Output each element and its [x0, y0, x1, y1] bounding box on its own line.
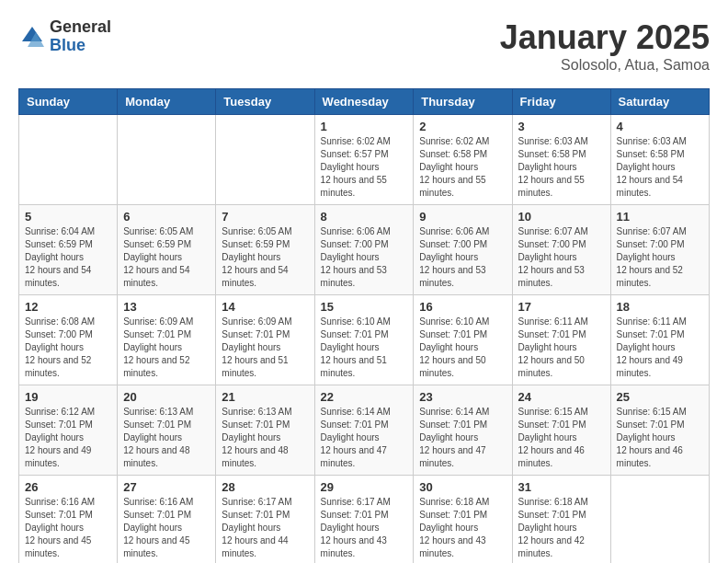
day-number: 12: [25, 300, 111, 314]
day-number: 4: [617, 120, 703, 133]
day-number: 31: [518, 480, 605, 494]
day-number: 13: [123, 300, 210, 314]
day-cell: 18Sunrise: 6:11 AMSunset: 7:01 PMDayligh…: [610, 295, 709, 385]
week-row-5: 26Sunrise: 6:16 AMSunset: 7:01 PMDayligh…: [19, 476, 710, 564]
weekday-header-monday: Monday: [118, 89, 216, 115]
day-number: 21: [222, 390, 308, 404]
day-cell: 26Sunrise: 6:16 AMSunset: 7:01 PMDayligh…: [19, 476, 118, 564]
day-cell: [610, 476, 709, 564]
day-number: 28: [222, 480, 308, 494]
weekday-header-sunday: Sunday: [19, 89, 118, 115]
day-number: 9: [419, 210, 506, 224]
day-info: Sunrise: 6:06 AMSunset: 7:00 PMDaylight …: [419, 225, 506, 290]
weekday-header-thursday: Thursday: [414, 89, 512, 115]
day-cell: 21Sunrise: 6:13 AMSunset: 7:01 PMDayligh…: [216, 385, 314, 476]
logo: General Blue: [18, 18, 111, 55]
day-cell: 19Sunrise: 6:12 AMSunset: 7:01 PMDayligh…: [19, 385, 118, 476]
day-number: 17: [518, 300, 605, 314]
day-number: 30: [419, 480, 506, 494]
weekday-header-row: SundayMondayTuesdayWednesdayThursdayFrid…: [19, 89, 710, 115]
day-number: 18: [617, 300, 703, 314]
day-info: Sunrise: 6:11 AMSunset: 7:01 PMDaylight …: [518, 316, 605, 380]
logo-text: General Blue: [50, 18, 111, 55]
day-cell: 5Sunrise: 6:04 AMSunset: 6:59 PMDaylight…: [19, 205, 118, 295]
day-number: 10: [518, 210, 605, 224]
day-info: Sunrise: 6:08 AMSunset: 7:00 PMDaylight …: [25, 316, 111, 380]
day-info: Sunrise: 6:09 AMSunset: 7:01 PMDaylight …: [123, 316, 210, 380]
day-cell: 10Sunrise: 6:07 AMSunset: 7:00 PMDayligh…: [512, 205, 610, 295]
day-number: 19: [25, 390, 111, 404]
week-row-1: 1Sunrise: 6:02 AMSunset: 6:57 PMDaylight…: [19, 115, 710, 205]
day-cell: 20Sunrise: 6:13 AMSunset: 7:01 PMDayligh…: [118, 385, 216, 476]
day-cell: 24Sunrise: 6:15 AMSunset: 7:01 PMDayligh…: [512, 385, 610, 476]
day-number: 29: [321, 480, 408, 494]
day-cell: 9Sunrise: 6:06 AMSunset: 7:00 PMDaylight…: [414, 205, 512, 295]
day-info: Sunrise: 6:10 AMSunset: 7:01 PMDaylight …: [321, 316, 408, 380]
week-row-3: 12Sunrise: 6:08 AMSunset: 7:00 PMDayligh…: [19, 295, 710, 385]
weekday-header-wednesday: Wednesday: [314, 89, 414, 115]
day-info: Sunrise: 6:02 AMSunset: 6:57 PMDaylight …: [321, 135, 408, 200]
day-number: 16: [419, 300, 506, 314]
day-cell: 4Sunrise: 6:03 AMSunset: 6:58 PMDaylight…: [610, 115, 709, 205]
day-number: 5: [25, 210, 111, 224]
day-cell: [19, 115, 118, 205]
day-number: 7: [222, 210, 308, 224]
day-number: 8: [321, 210, 408, 224]
day-info: Sunrise: 6:14 AMSunset: 7:01 PMDaylight …: [419, 406, 506, 470]
day-number: 3: [518, 120, 605, 133]
day-cell: 29Sunrise: 6:17 AMSunset: 7:01 PMDayligh…: [314, 476, 414, 564]
day-cell: 17Sunrise: 6:11 AMSunset: 7:01 PMDayligh…: [512, 295, 610, 385]
day-cell: [216, 115, 314, 205]
weekday-header-saturday: Saturday: [610, 89, 709, 115]
day-number: 26: [25, 480, 111, 494]
page-header: General Blue January 2025 Solosolo, Atua…: [18, 18, 710, 74]
day-info: Sunrise: 6:16 AMSunset: 7:01 PMDaylight …: [123, 496, 210, 560]
day-info: Sunrise: 6:17 AMSunset: 7:01 PMDaylight …: [321, 496, 408, 560]
day-cell: 2Sunrise: 6:02 AMSunset: 6:58 PMDaylight…: [414, 115, 512, 205]
day-cell: 1Sunrise: 6:02 AMSunset: 6:57 PMDaylight…: [314, 115, 414, 205]
day-cell: 27Sunrise: 6:16 AMSunset: 7:01 PMDayligh…: [118, 476, 216, 564]
week-row-4: 19Sunrise: 6:12 AMSunset: 7:01 PMDayligh…: [19, 385, 710, 476]
day-info: Sunrise: 6:17 AMSunset: 7:01 PMDaylight …: [222, 496, 308, 560]
day-cell: 11Sunrise: 6:07 AMSunset: 7:00 PMDayligh…: [610, 205, 709, 295]
weekday-header-tuesday: Tuesday: [216, 89, 314, 115]
day-cell: 16Sunrise: 6:10 AMSunset: 7:01 PMDayligh…: [414, 295, 512, 385]
day-number: 6: [123, 210, 210, 224]
day-info: Sunrise: 6:09 AMSunset: 7:01 PMDaylight …: [222, 316, 308, 380]
day-number: 22: [321, 390, 408, 404]
day-number: 2: [419, 120, 506, 133]
day-number: 23: [419, 390, 506, 404]
day-info: Sunrise: 6:12 AMSunset: 7:01 PMDaylight …: [25, 406, 111, 470]
day-cell: 7Sunrise: 6:05 AMSunset: 6:59 PMDaylight…: [216, 205, 314, 295]
day-cell: 30Sunrise: 6:18 AMSunset: 7:01 PMDayligh…: [414, 476, 512, 564]
logo-blue: Blue: [50, 37, 111, 55]
day-info: Sunrise: 6:05 AMSunset: 6:59 PMDaylight …: [222, 225, 308, 290]
title-block: January 2025 Solosolo, Atua, Samoa: [500, 18, 710, 74]
day-info: Sunrise: 6:18 AMSunset: 7:01 PMDaylight …: [419, 496, 506, 560]
day-info: Sunrise: 6:06 AMSunset: 7:00 PMDaylight …: [321, 225, 408, 290]
day-cell: 14Sunrise: 6:09 AMSunset: 7:01 PMDayligh…: [216, 295, 314, 385]
day-cell: 3Sunrise: 6:03 AMSunset: 6:58 PMDaylight…: [512, 115, 610, 205]
day-info: Sunrise: 6:07 AMSunset: 7:00 PMDaylight …: [518, 225, 605, 290]
day-cell: 31Sunrise: 6:18 AMSunset: 7:01 PMDayligh…: [512, 476, 610, 564]
day-cell: 25Sunrise: 6:15 AMSunset: 7:01 PMDayligh…: [610, 385, 709, 476]
logo-icon: [18, 23, 46, 51]
day-number: 15: [321, 300, 408, 314]
day-info: Sunrise: 6:10 AMSunset: 7:01 PMDaylight …: [419, 316, 506, 380]
day-info: Sunrise: 6:15 AMSunset: 7:01 PMDaylight …: [518, 406, 605, 470]
day-cell: 28Sunrise: 6:17 AMSunset: 7:01 PMDayligh…: [216, 476, 314, 564]
day-number: 20: [123, 390, 210, 404]
day-info: Sunrise: 6:13 AMSunset: 7:01 PMDaylight …: [222, 406, 308, 470]
day-cell: [118, 115, 216, 205]
calendar-title: January 2025: [500, 18, 710, 57]
day-number: 11: [617, 210, 703, 224]
day-info: Sunrise: 6:14 AMSunset: 7:01 PMDaylight …: [321, 406, 408, 470]
day-info: Sunrise: 6:03 AMSunset: 6:58 PMDaylight …: [617, 135, 703, 200]
day-cell: 15Sunrise: 6:10 AMSunset: 7:01 PMDayligh…: [314, 295, 414, 385]
week-row-2: 5Sunrise: 6:04 AMSunset: 6:59 PMDaylight…: [19, 205, 710, 295]
day-number: 25: [617, 390, 703, 404]
weekday-header-friday: Friday: [512, 89, 610, 115]
calendar-table: SundayMondayTuesdayWednesdayThursdayFrid…: [18, 88, 710, 563]
day-info: Sunrise: 6:03 AMSunset: 6:58 PMDaylight …: [518, 135, 605, 200]
day-info: Sunrise: 6:04 AMSunset: 6:59 PMDaylight …: [25, 225, 111, 290]
